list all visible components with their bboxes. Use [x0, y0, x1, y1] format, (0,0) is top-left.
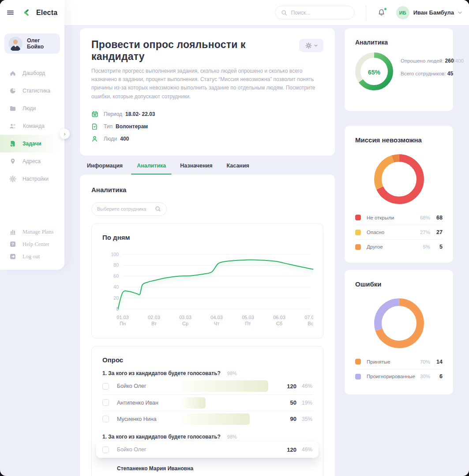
legend-swatch: [355, 244, 361, 250]
sidebar-collapse-button[interactable]: ›: [60, 129, 70, 139]
right-column: Аналитика 65% Опрошено людей: 260/400 Вс…: [345, 28, 453, 394]
main-content: Провести опрос лояльности к кандидату По…: [80, 28, 335, 476]
folder-icon: [9, 105, 16, 112]
search-placeholder: Поиск...: [291, 10, 310, 16]
sidebar-footer: Manage Plans ? Help Center Log out: [0, 226, 64, 263]
topbar: Поиск... ИБ Иван Бамбула: [0, 0, 469, 25]
survey-row[interactable]: Бойко Олег 120 46%: [96, 442, 319, 458]
surveyed-stat: Опрошено людей: 260/400: [401, 58, 464, 64]
topbar-divider: [366, 5, 366, 20]
employee-search-placeholder: Выберите сотрудника: [97, 206, 146, 212]
search-input[interactable]: Поиск...: [275, 6, 355, 19]
app-window: Поиск... ИБ Иван Бамбула: [0, 0, 469, 476]
svg-text:Сб: Сб: [276, 321, 282, 326]
svg-text:80: 80: [113, 262, 119, 268]
panel-title: Аналитика: [91, 186, 323, 193]
chevron-down-icon: [314, 45, 318, 47]
analytics-panel: Аналитика Выберите сотрудника По дням 10…: [80, 175, 335, 476]
home-icon: [9, 70, 16, 77]
electa-logo-icon: [22, 8, 31, 17]
avatar: ИБ: [396, 6, 409, 19]
stats-icon: [9, 87, 16, 94]
result-bar: [182, 397, 279, 409]
survey-row[interactable]: Мусиенко Нина 90 35%: [102, 411, 312, 427]
sidebar-item-addresses[interactable]: Адреса: [0, 152, 64, 170]
svg-text:40: 40: [113, 284, 119, 290]
notifications-button[interactable]: [377, 8, 386, 17]
sidebar-item-help-center[interactable]: ? Help Center: [0, 238, 64, 250]
svg-text:Чт: Чт: [214, 321, 219, 326]
employee-search-input[interactable]: Выберите сотрудника: [91, 202, 167, 216]
checkbox[interactable]: [102, 416, 109, 422]
sidebar-item-tasks[interactable]: Задачи: [0, 135, 64, 152]
task-title: Провести опрос лояльности к кандидату: [91, 39, 299, 63]
legend-row: Другое 5% 5: [355, 239, 443, 254]
survey-question: 1. За кого из кандидатов будете голосова…: [102, 370, 312, 376]
survey-row[interactable]: Бойко Олег 120 46%: [102, 378, 312, 394]
checkbox[interactable]: [102, 399, 109, 406]
svg-text:Вт: Вт: [151, 321, 157, 326]
team-icon: [9, 123, 17, 130]
voter-name: Степаненко Мария Ивановна: [117, 465, 312, 472]
legend-swatch: [355, 215, 361, 220]
daily-chart-card: По дням 10080604020001.03Пн02.03Вт03.03С…: [91, 223, 323, 338]
tab-info[interactable]: Информация: [80, 159, 130, 175]
task-card: Провести опрос лояльности к кандидату По…: [80, 28, 335, 156]
errors-card: Ошибки Принятые 70% 14 Проигнорированные…: [345, 270, 453, 394]
mission-donut: [355, 154, 443, 204]
chevron-down-icon: [458, 11, 462, 14]
sidebar-item-people[interactable]: Люди: [0, 100, 64, 117]
hamburger-menu-icon[interactable]: [6, 8, 15, 17]
checkbox[interactable]: [102, 446, 109, 453]
sidebar-item-log-out[interactable]: Log out: [0, 250, 64, 263]
errors-legend: Принятые 70% 14 Проигнорированные 30% 6: [355, 354, 443, 383]
svg-text:03.03: 03.03: [179, 315, 191, 320]
legend-row: Опасно 27% 27: [355, 225, 443, 239]
mission-impossible-card: Миссия невозможна Не открыли 68% 68 Опас…: [345, 126, 453, 263]
svg-text:60: 60: [113, 273, 119, 279]
sidebar-item-dashboard[interactable]: Дашборд: [0, 64, 64, 82]
svg-text:Пт: Пт: [245, 321, 251, 326]
sidebar-item-settings[interactable]: Настройки: [0, 170, 64, 188]
sidebar-item-statistics[interactable]: Статистика: [0, 82, 64, 100]
mission-legend: Не открыли 68% 68 Опасно 27% 27 Другое 5…: [355, 210, 443, 254]
brand-row: Electa: [0, 0, 64, 25]
tab-analytics[interactable]: Аналитика: [130, 159, 173, 175]
survey-title: Опрос: [102, 356, 312, 364]
legend-swatch: [355, 359, 361, 364]
svg-text:06.03: 06.03: [273, 315, 285, 320]
line-chart: 10080604020001.03Пн02.03Вт03.03Ср04.03Чт…: [102, 249, 312, 328]
tab-bar: ИнформацияАналитикаНазначенияКасания: [80, 159, 335, 175]
tab-assignments[interactable]: Назначения: [173, 159, 219, 175]
survey-card: Опрос 1. За кого из кандидатов будете го…: [91, 346, 323, 476]
survey-row[interactable]: Антипенко Иван 50 19%: [102, 394, 312, 411]
card-title: Миссия невозможна: [355, 136, 443, 144]
tab-touches[interactable]: Касания: [220, 159, 256, 175]
progress-percent: 65%: [355, 52, 393, 92]
sidebar: Electa Олег Бойко Дашборд Статистика Люд…: [0, 0, 64, 270]
card-title: Аналитика: [355, 39, 443, 46]
task-settings-button[interactable]: [299, 39, 323, 52]
help-icon: ?: [9, 241, 16, 248]
task-meta: Период 18.02- 22.03 Тип Волонтерам Люди …: [91, 108, 323, 145]
user-name: Иван Бамбула: [413, 9, 454, 16]
user-menu[interactable]: ИБ Иван Бамбула: [396, 6, 462, 19]
sidebar-item-manage-plans[interactable]: Manage Plans: [0, 226, 64, 238]
gear-icon: [305, 42, 312, 49]
result-bar: [182, 380, 279, 392]
person-icon: [91, 135, 99, 142]
svg-text:20: 20: [113, 295, 119, 300]
svg-text:02.03: 02.03: [148, 315, 160, 320]
task-meta-row: Тип Волонтерам: [91, 120, 323, 133]
legend-row: Не открыли 68% 68: [355, 210, 443, 225]
pin-icon: [9, 158, 16, 165]
legend-row: Принятые 70% 14: [355, 354, 443, 369]
svg-text:Ср: Ср: [182, 321, 188, 326]
sidebar-item-team[interactable]: Команда: [0, 117, 64, 135]
legend-swatch: [355, 374, 361, 379]
doc-icon: [91, 123, 99, 130]
analytics-summary-card: Аналитика 65% Опрошено людей: 260/400 Вс…: [345, 28, 453, 111]
checkbox[interactable]: [102, 383, 109, 390]
legend-row: Проигнорированные 30% 6: [355, 369, 443, 383]
sidebar-profile[interactable]: Олег Бойко: [4, 33, 60, 54]
